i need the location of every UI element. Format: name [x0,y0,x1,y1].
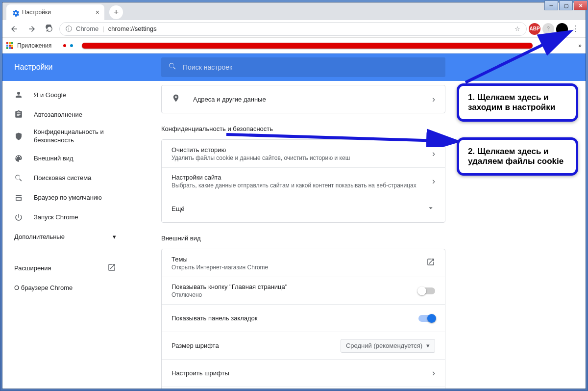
tab-strip: Настройки × + [2,2,586,20]
tab-title: Настройки [22,9,51,16]
close-button[interactable]: ✕ [574,0,588,10]
row-custom-fonts[interactable]: Настроить шрифты › [162,359,445,387]
settings-search-input[interactable] [183,63,439,71]
power-icon [14,213,23,222]
search-nav-icon [14,174,23,182]
new-tab-button[interactable]: + [109,5,123,19]
maximize-button[interactable]: ▢ [559,0,573,10]
settings-search[interactable] [161,57,445,77]
forward-button[interactable] [24,21,40,37]
reload-button[interactable] [42,21,57,37]
sidebar-item-autofill[interactable]: Автозаполнение [2,104,128,124]
chevron-down-icon: ▾ [113,233,116,240]
chevron-right-icon: › [432,94,435,104]
sidebar-item-search[interactable]: Поисковая система [2,168,128,188]
annotation-arrow-2 [220,128,461,147]
section-appearance-title: Внешний вид [161,235,445,242]
row-home-button[interactable]: Показывать кнопку "Главная страница"Откл… [162,277,445,304]
select-font-size[interactable]: Средний (рекомендуется)▾ [341,339,435,353]
sidebar-item-appearance[interactable]: Внешний вид [2,149,128,168]
annotation-callout-2: 2. Щелкаем здесь и удаляем файлы cookie [457,137,578,176]
row-bookmarks-bar[interactable]: Показывать панель закладок [162,304,445,332]
window-controls: ─ ▢ ✕ [543,0,588,14]
row-font-size: Размер шрифта Средний (рекомендуется)▾ [162,332,445,359]
sidebar-item-extensions[interactable]: Расширения [2,259,128,278]
sidebar-item-startup[interactable]: Запуск Chrome [2,208,128,227]
shield-icon [14,132,23,141]
row-more[interactable]: Ещё [162,195,445,222]
chevron-right-icon: › [432,149,435,159]
sidebar-item-privacy[interactable]: Конфиденциальность и безопасность [2,124,128,149]
location-icon [172,94,183,104]
chevron-down-icon: ▾ [426,342,430,349]
annotation-callout-1: 1. Щелкаем здесь и заходим в настройки [457,83,578,122]
tab-close-icon[interactable]: × [96,8,99,16]
apps-label[interactable]: Приложения [17,42,51,49]
chevron-down-icon [426,204,435,214]
bookmarks-overflow-icon[interactable]: » [578,42,582,49]
site-info-icon[interactable]: ⓘ [66,25,72,33]
row-themes[interactable]: ТемыОткрыть Интернет-магазин Chrome [162,249,445,277]
annotation-arrow-1 [456,28,578,87]
row-site-settings[interactable]: Настройки сайтаВыбрать, какие данные отп… [162,167,445,195]
back-button[interactable] [6,21,22,37]
person-icon [14,90,23,99]
external-link-icon [107,263,116,273]
sidebar-item-about[interactable]: О браузере Chrome [2,278,128,298]
external-link-icon [426,258,435,268]
sidebar-item-me-google[interactable]: Я и Google [2,85,128,104]
minimize-button[interactable]: ─ [544,0,558,10]
sidebar-item-default-browser[interactable]: Браузер по умолчанию [2,188,128,208]
toggle-bookmarks-bar[interactable] [418,315,435,322]
clipboard-icon [14,110,23,119]
palette-icon [14,154,23,163]
svg-line-1 [226,134,456,141]
gear-icon [11,9,18,16]
row-addresses[interactable]: Адреса и другие данные › [162,85,445,113]
omnibox-url: chrome://settings [108,25,157,32]
chevron-right-icon: › [432,176,435,186]
apps-icon[interactable] [6,42,13,49]
toggle-home-button[interactable] [418,287,435,294]
omnibox-origin: Chrome [76,25,98,32]
search-icon [168,62,177,73]
browser-icon [14,193,23,202]
svg-line-0 [466,32,568,82]
chevron-right-icon: › [432,368,435,378]
page-title: Настройки [2,63,128,72]
settings-sidebar: Я и Google Автозаполнение Конфиденциальн… [2,81,128,389]
tab-settings[interactable]: Настройки × [6,4,104,20]
sidebar-item-advanced[interactable]: Дополнительные▾ [2,227,128,247]
row-zoom: Масштабирование страницы 100%▾ [162,387,445,389]
